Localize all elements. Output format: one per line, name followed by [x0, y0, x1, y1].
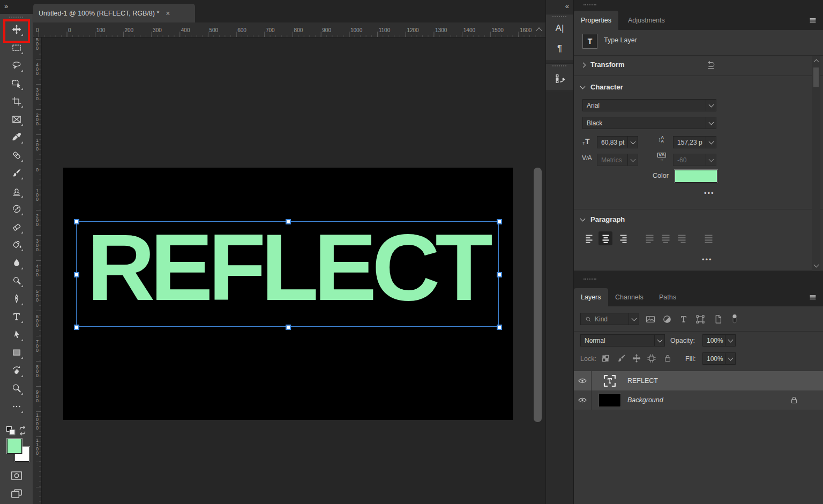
close-tab-icon[interactable]: ×	[166, 9, 170, 18]
rectangle-tool[interactable]	[9, 344, 25, 360]
tab-properties[interactable]: Properties	[574, 11, 618, 30]
dropdown-icon[interactable]	[629, 313, 639, 325]
transform-header[interactable]: Transform	[590, 61, 625, 69]
character-panel-icon[interactable]: A|	[546, 19, 573, 38]
spot-healing-brush-tool[interactable]	[9, 147, 25, 163]
toolbar-grabber[interactable]	[9, 17, 23, 18]
layer-visibility-toggle[interactable]	[574, 371, 592, 390]
selection-handle[interactable]	[497, 325, 502, 330]
filter-shape-icon[interactable]	[695, 314, 706, 325]
lock-pixels-button[interactable]	[617, 353, 626, 363]
dropdown-icon[interactable]	[627, 154, 638, 166]
tab-layers[interactable]: Layers	[574, 288, 608, 306]
leading-field[interactable]: 157,23 p	[673, 136, 716, 148]
dropdown-icon[interactable]	[706, 137, 716, 148]
quick-mask-button[interactable]	[8, 469, 25, 483]
type-layer-thumbnail[interactable]	[597, 373, 622, 389]
frame-tool[interactable]	[9, 111, 25, 127]
collapse-panels-icon[interactable]: «	[565, 2, 569, 10]
paragraph-more-button[interactable]: •••	[702, 255, 713, 264]
tracking-field[interactable]: -60	[673, 154, 716, 166]
lasso-tool[interactable]	[9, 57, 25, 73]
dropdown-icon[interactable]	[706, 100, 716, 111]
dock-grabber[interactable]	[552, 16, 566, 17]
align-right-button[interactable]	[616, 231, 630, 245]
scroll-up-icon[interactable]	[814, 59, 819, 65]
opacity-field[interactable]: 100%	[702, 334, 736, 347]
dropdown-icon[interactable]	[627, 137, 638, 148]
selection-handle[interactable]	[497, 272, 502, 277]
tab-paths[interactable]: Paths	[652, 288, 683, 306]
fill-field[interactable]: 100%	[702, 352, 736, 365]
glyphs-panel-icon[interactable]	[546, 69, 573, 88]
canvas-vertical-scrollbar[interactable]	[534, 168, 542, 422]
zoom-tool[interactable]	[9, 380, 25, 396]
selection-handle[interactable]	[74, 272, 79, 277]
panel-menu-icon[interactable]	[807, 16, 818, 25]
kerning-field[interactable]: Metrics	[597, 154, 638, 166]
filter-toggle-icon[interactable]	[729, 313, 740, 326]
tab-channels[interactable]: Channels	[608, 288, 650, 306]
character-collapse-icon[interactable]	[580, 84, 586, 89]
edit-toolbar[interactable]	[9, 398, 25, 415]
paint-bucket-tool[interactable]	[9, 237, 25, 253]
eyedropper-tool[interactable]	[9, 129, 25, 145]
object-selection-tool[interactable]	[9, 76, 25, 92]
swap-colors-icon[interactable]	[17, 425, 28, 437]
dropdown-icon[interactable]	[725, 353, 735, 364]
layer-row[interactable]: REFLECT	[574, 371, 823, 391]
brush-tool[interactable]	[9, 165, 25, 181]
scrollbar-thumb[interactable]	[813, 67, 819, 87]
font-family-select[interactable]: Arial	[582, 99, 716, 111]
canvas[interactable]: REFLECT	[63, 168, 513, 420]
path-selection-tool[interactable]	[9, 327, 25, 343]
dropdown-icon[interactable]	[706, 117, 716, 129]
paragraph-header[interactable]: Paragraph	[590, 215, 625, 223]
character-header[interactable]: Character	[590, 83, 623, 91]
dropdown-icon[interactable]	[706, 154, 716, 166]
paragraph-collapse-icon[interactable]	[580, 216, 586, 222]
selection-handle[interactable]	[74, 325, 79, 330]
history-brush-tool[interactable]	[9, 201, 25, 217]
character-more-button[interactable]: •••	[704, 189, 715, 197]
panel-menu-icon[interactable]	[807, 293, 818, 302]
selection-handle[interactable]	[74, 219, 79, 224]
filter-smart-object-icon[interactable]	[713, 314, 723, 325]
tab-adjustments[interactable]: Adjustments	[621, 11, 672, 30]
hand-tool[interactable]	[9, 363, 25, 379]
reset-transform-icon[interactable]	[706, 59, 716, 71]
filter-type-icon[interactable]	[678, 314, 689, 325]
selection-handle[interactable]	[497, 219, 502, 224]
kind-filter-select[interactable]: Kind	[580, 313, 639, 325]
font-size-field[interactable]: 60,83 pt	[597, 136, 638, 148]
paragraph-panel-icon[interactable]: ¶	[546, 39, 573, 58]
properties-scrollbar[interactable]	[812, 56, 820, 271]
layer-visibility-toggle[interactable]	[574, 390, 592, 410]
lock-transparency-button[interactable]	[601, 353, 610, 363]
layer-row[interactable]: Background	[574, 390, 823, 410]
font-style-select[interactable]: Black	[582, 117, 716, 129]
default-colors-icon[interactable]	[5, 425, 17, 437]
selection-bounding-box[interactable]	[76, 221, 499, 327]
selection-handle[interactable]	[286, 325, 291, 330]
type-tool[interactable]	[9, 309, 25, 325]
dropdown-icon[interactable]	[725, 335, 735, 346]
foreground-color-swatch[interactable]	[7, 439, 22, 454]
scroll-down-icon[interactable]	[814, 262, 819, 268]
document-tab[interactable]: Untitled-1 @ 100% (REFLECT, RGB/8) * ×	[33, 4, 195, 22]
background-layer-thumbnail[interactable]	[599, 394, 620, 407]
crop-tool[interactable]	[9, 93, 25, 109]
screen-mode-button[interactable]	[8, 487, 25, 501]
lock-position-button[interactable]	[632, 353, 641, 363]
dock-grabber[interactable]	[552, 65, 566, 66]
filter-image-icon[interactable]	[645, 314, 656, 325]
align-left-button[interactable]	[582, 231, 596, 245]
dodge-tool[interactable]	[9, 273, 25, 289]
panel-grabber[interactable]	[583, 4, 596, 5]
clone-stamp-tool[interactable]	[9, 183, 25, 199]
blur-tool[interactable]	[9, 255, 25, 271]
text-color-swatch[interactable]	[675, 170, 717, 183]
expand-panel-icon[interactable]: »	[4, 2, 8, 10]
panel-grabber[interactable]	[583, 279, 596, 280]
pen-tool[interactable]	[9, 291, 25, 307]
